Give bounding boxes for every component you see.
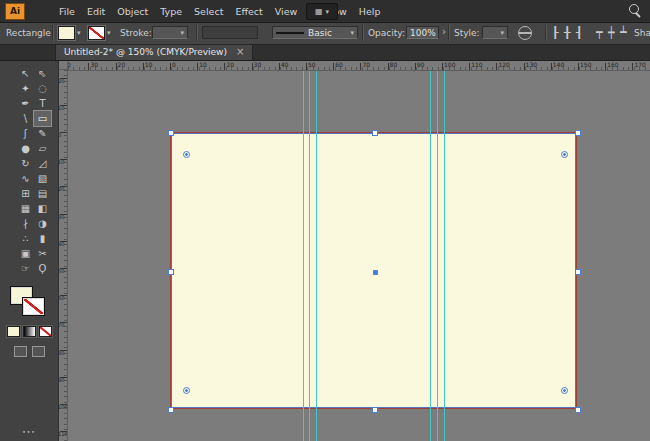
mesh-tool[interactable]: ▦ [17, 201, 34, 216]
stroke-proxy-swatch[interactable] [22, 297, 45, 316]
line-segment-tool[interactable]: \ [17, 111, 34, 126]
menu-object[interactable]: Object [111, 1, 154, 22]
horizontal-align-left-icon[interactable]: ┠ [552, 25, 559, 40]
selection-handle[interactable] [575, 269, 581, 275]
guide[interactable] [430, 70, 431, 441]
gradient-button[interactable] [23, 326, 36, 337]
blob-brush-tool[interactable]: ● [17, 141, 34, 156]
artboard-rectangle[interactable] [170, 132, 577, 409]
rotate-tool[interactable]: ↻ [17, 156, 34, 171]
ruler-number: 100 [444, 60, 455, 69]
live-corner-widget[interactable] [183, 151, 190, 158]
ruler-tick [242, 67, 243, 70]
column-graph-tool[interactable]: ▮ [34, 231, 51, 246]
live-corner-widget[interactable] [183, 387, 190, 394]
selection-tool[interactable]: ↖ [17, 66, 34, 81]
menu-file[interactable]: File [53, 1, 81, 22]
vertical-align-top-icon[interactable]: ┯ [596, 25, 603, 40]
ruler-major-tick [415, 63, 416, 70]
center-point[interactable] [373, 270, 378, 275]
type-tool[interactable]: T [34, 96, 51, 111]
menu-edit[interactable]: Edit [81, 1, 111, 22]
brush-definition-dropdown[interactable]: Basic ▾ [272, 26, 358, 39]
selection-handle[interactable] [372, 130, 378, 136]
perspective-grid-tool[interactable]: ▤ [34, 186, 51, 201]
paintbrush-tool[interactable]: ʃ [17, 126, 34, 141]
opacity-label: Opacity: [368, 28, 405, 38]
align-buttons: ┠╂┨┯┿┷ [552, 26, 644, 40]
menu-type[interactable]: Type [154, 1, 188, 22]
lasso-tool[interactable]: ◌ [34, 81, 51, 96]
live-corner-widget[interactable] [561, 387, 568, 394]
zoom-tool[interactable]: Ϙ [34, 261, 51, 276]
vertical-align-bottom-icon[interactable]: ┷ [620, 25, 627, 40]
width-tool[interactable]: ∿ [17, 171, 34, 186]
blend-tool[interactable]: ◑ [34, 216, 51, 231]
scale-tool[interactable]: ◿ [34, 156, 51, 171]
ruler-tick [64, 173, 67, 174]
artboard-tool[interactable]: ▣ [17, 246, 34, 261]
style-dropdown[interactable]: ▾ [482, 26, 508, 39]
separator [448, 25, 449, 41]
selection-handle[interactable] [168, 407, 174, 413]
hand-tool[interactable]: ☞ [17, 261, 34, 276]
pencil-tool[interactable]: ✎ [34, 126, 51, 141]
slice-tool[interactable]: ✂ [34, 246, 51, 261]
horizontal-align-center-icon[interactable]: ╂ [564, 25, 571, 40]
selection-handle[interactable] [372, 407, 378, 413]
symbol-sprayer-tool[interactable]: ∴ [17, 231, 34, 246]
ruler-tick [112, 67, 113, 70]
ruler-corner[interactable] [58, 60, 68, 70]
document-tab[interactable]: Untitled-2* @ 150% (CMYK/Preview) × [55, 44, 253, 60]
selection-handle[interactable] [168, 130, 174, 136]
guide[interactable] [309, 70, 310, 441]
direct-selection-tool[interactable]: ⇖ [34, 66, 51, 81]
menu-effect[interactable]: Effect [229, 1, 268, 22]
opacity-dropdown[interactable]: 100% [406, 26, 439, 39]
guide[interactable] [303, 70, 304, 441]
ruler-major-tick [197, 63, 198, 70]
color-button[interactable] [7, 326, 20, 337]
menu-select[interactable]: Select [188, 1, 229, 22]
ruler-tick [64, 239, 67, 240]
ruler-tick [64, 222, 67, 223]
stroke-color-dropdown[interactable]: ▾ [88, 26, 111, 40]
selection-handle[interactable] [168, 269, 174, 275]
canvas[interactable] [68, 70, 650, 441]
horizontal-ruler[interactable]: 4030201001020304050607080901001101201301… [68, 60, 650, 71]
rectangle-tool[interactable]: ▭ [34, 111, 51, 126]
selection-handle[interactable] [575, 130, 581, 136]
gradient-tool[interactable]: ◧ [34, 201, 51, 216]
close-icon[interactable]: × [236, 47, 244, 57]
width-profile-dropdown[interactable] [202, 26, 258, 39]
ruler-tick [64, 282, 67, 283]
menu-help[interactable]: Help [353, 1, 387, 22]
menu-view[interactable]: View [269, 1, 304, 22]
globe-icon[interactable] [518, 26, 532, 40]
search-icon[interactable] [629, 4, 639, 14]
vertical-align-center-icon[interactable]: ┿ [608, 25, 615, 40]
draw-normal-button[interactable] [14, 346, 27, 357]
toolbar-more-indicator[interactable]: ••• [0, 428, 58, 435]
guide[interactable] [437, 70, 438, 441]
live-corner-widget[interactable] [561, 151, 568, 158]
guide[interactable] [316, 70, 317, 441]
eraser-tool[interactable]: ▱ [34, 141, 51, 156]
opacity-panel-chevron[interactable]: › [442, 26, 446, 37]
fill-color-dropdown[interactable]: ▾ [58, 26, 81, 40]
free-transform-tool[interactable]: ▧ [34, 171, 51, 186]
eyedropper-tool[interactable]: ∤ [17, 216, 34, 231]
shape-builder-tool[interactable]: ⊞ [17, 186, 34, 201]
magic-wand-tool[interactable]: ✦ [17, 81, 34, 96]
ruler-major-tick [143, 63, 144, 70]
workspace-switcher-button[interactable]: ▦▾ [306, 3, 338, 20]
horizontal-align-right-icon[interactable]: ┨ [576, 25, 583, 40]
vertical-ruler[interactable]: 20100102030405060708090100110 [58, 70, 68, 441]
selection-handle[interactable] [575, 407, 581, 413]
guide[interactable] [444, 70, 445, 441]
pen-tool[interactable]: ✒ [17, 96, 34, 111]
none-button[interactable] [39, 326, 52, 337]
ruler-tick [64, 157, 67, 158]
stroke-weight-dropdown[interactable]: ▾ [152, 26, 188, 39]
screen-mode-button[interactable] [32, 346, 45, 357]
